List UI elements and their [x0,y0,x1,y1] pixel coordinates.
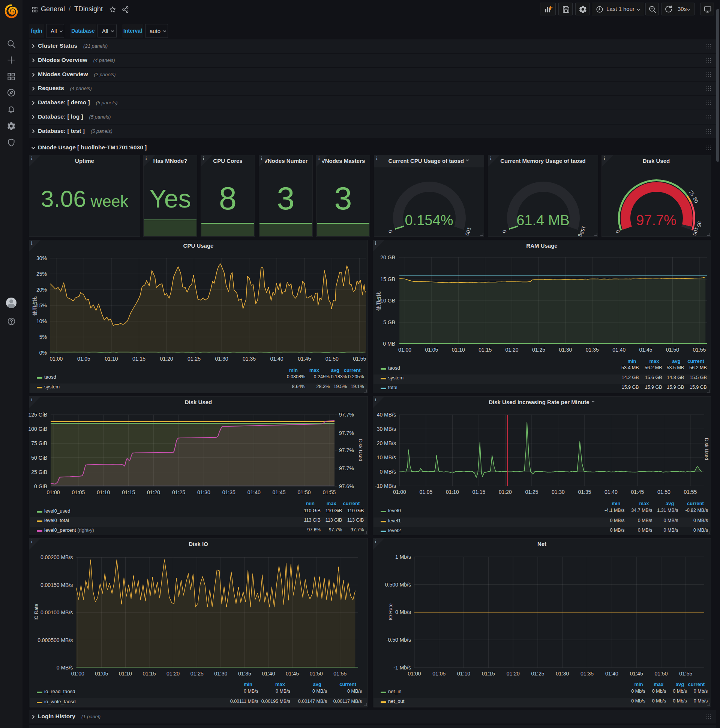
svg-text:0%: 0% [40,350,47,356]
svg-text:01:15: 01:15 [472,489,485,495]
svg-text:01:25: 01:25 [188,356,201,362]
svg-text:0 MB: 0 MB [383,341,395,347]
svg-text:01:40: 01:40 [262,671,275,677]
svg-text:01:45: 01:45 [298,356,311,362]
svg-text:01:30: 01:30 [215,356,228,362]
svg-text:01:35: 01:35 [243,356,256,362]
svg-text:01:15: 01:15 [133,356,145,362]
svg-text:01:05: 01:05 [432,671,445,677]
svg-text:01:40: 01:40 [247,489,261,496]
svg-text:0 Mb/s: 0 Mb/s [395,609,411,615]
svg-text:30 MB/s: 30 MB/s [377,426,396,432]
svg-text:1 Mb/s: 1 Mb/s [395,554,411,560]
svg-text:01:40: 01:40 [270,356,284,362]
svg-text:01:20: 01:20 [499,489,512,495]
svg-text:0 MB/s: 0 MB/s [56,665,73,671]
svg-text:01:10: 01:10 [105,356,118,362]
svg-text:5%: 5% [40,334,47,340]
svg-text:01:10: 01:10 [452,347,465,353]
svg-text:01:30: 01:30 [197,489,211,496]
svg-text:40 MB/s: 40 MB/s [377,411,396,418]
svg-text:01:05: 01:05 [77,356,90,362]
svg-text:01:25: 01:25 [525,489,538,495]
svg-text:01:10: 01:10 [446,489,459,495]
svg-text:01:10: 01:10 [97,489,110,496]
svg-text:0 MB/s: 0 MB/s [380,469,396,475]
svg-text:01:35: 01:35 [578,489,591,495]
svg-text:97.7%: 97.7% [339,447,354,453]
svg-text:01:20: 01:20 [147,489,160,496]
svg-text:97.7%: 97.7% [339,430,354,436]
svg-text:100 GiB: 100 GiB [28,426,47,432]
svg-text:125 GiB: 125 GiB [28,411,47,418]
svg-text:50 GiB: 50 GiB [31,455,47,461]
svg-text:01:20: 01:20 [160,356,173,362]
svg-text:0: 0 [387,229,394,234]
svg-text:01:55: 01:55 [683,489,697,495]
svg-text:97.6%: 97.6% [339,483,354,489]
svg-text:97.7%: 97.7% [339,411,354,418]
svg-text:01:00: 01:00 [49,356,63,362]
svg-text:01:00: 01:00 [393,489,406,495]
svg-text:10 MB/s: 10 MB/s [377,454,396,460]
svg-text:01:20: 01:20 [166,671,180,677]
svg-text:01:10: 01:10 [119,671,132,677]
svg-text:20 GB: 20 GB [380,254,395,260]
svg-text:01:25: 01:25 [172,489,185,496]
svg-text:01:50: 01:50 [297,489,311,496]
svg-text:75 GiB: 75 GiB [31,440,47,446]
svg-text:-1 Mb/s: -1 Mb/s [394,665,411,671]
svg-text:0 GiB: 0 GiB [34,483,47,489]
svg-text:01:50: 01:50 [654,671,668,677]
svg-text:01:30: 01:30 [214,671,227,677]
svg-text:01:40: 01:40 [612,347,625,353]
svg-text:01:50: 01:50 [310,671,323,677]
svg-text:15 GB: 15 GB [380,276,395,282]
svg-text:01:05: 01:05 [95,671,108,677]
svg-text:20%: 20% [37,287,47,293]
svg-text:30%: 30% [37,255,47,261]
svg-text:01:25: 01:25 [531,671,544,677]
svg-text:01:50: 01:50 [657,489,671,495]
svg-text:01:55: 01:55 [353,356,366,362]
svg-text:01:55: 01:55 [333,671,346,677]
svg-text:01:50: 01:50 [325,356,339,362]
svg-text:01:45: 01:45 [639,347,653,353]
svg-text:01:35: 01:35 [223,489,235,496]
svg-text:01:10: 01:10 [457,671,470,677]
svg-text:01:00: 01:00 [71,671,84,677]
svg-text:01:20: 01:20 [505,347,519,353]
svg-text:01:20: 01:20 [506,671,520,677]
svg-text:01:30: 01:30 [552,489,565,495]
svg-text:01:00: 01:00 [46,489,59,496]
svg-text:-0.50 Mb/s: -0.50 Mb/s [386,637,411,643]
svg-text:0.00200 MB/s: 0.00200 MB/s [41,554,73,560]
svg-text:01:05: 01:05 [72,489,85,496]
svg-text:01:45: 01:45 [273,489,286,496]
svg-text:01:55: 01:55 [679,671,692,677]
svg-text:75: 75 [688,189,696,197]
svg-text:0.000500 MB/s: 0.000500 MB/s [38,637,73,643]
svg-text:0.00100 MB/s: 0.00100 MB/s [41,609,73,615]
svg-text:01:50: 01:50 [666,347,679,353]
svg-text:25 GiB: 25 GiB [31,469,47,475]
svg-text:01:15: 01:15 [122,489,135,496]
svg-text:01:45: 01:45 [631,489,644,495]
svg-text:5 GB: 5 GB [383,319,395,325]
svg-text:80: 80 [692,196,699,204]
svg-text:01:05: 01:05 [425,347,438,353]
svg-text:01:55: 01:55 [322,489,336,496]
svg-text:25%: 25% [37,271,47,277]
svg-text:0: 0 [615,229,621,234]
svg-text:01:30: 01:30 [559,347,572,353]
svg-text:01:40: 01:40 [604,489,618,495]
svg-text:01:00: 01:00 [407,671,421,677]
svg-text:0.00150 MB/s: 0.00150 MB/s [41,582,73,588]
svg-text:0: 0 [501,229,508,234]
svg-text:20 MB/s: 20 MB/s [377,440,396,446]
svg-text:10%: 10% [37,318,47,324]
svg-text:97.7%: 97.7% [339,465,354,471]
svg-text:10 GB: 10 GB [380,298,395,304]
svg-text:01:05: 01:05 [419,489,432,495]
svg-text:01:30: 01:30 [556,671,569,677]
